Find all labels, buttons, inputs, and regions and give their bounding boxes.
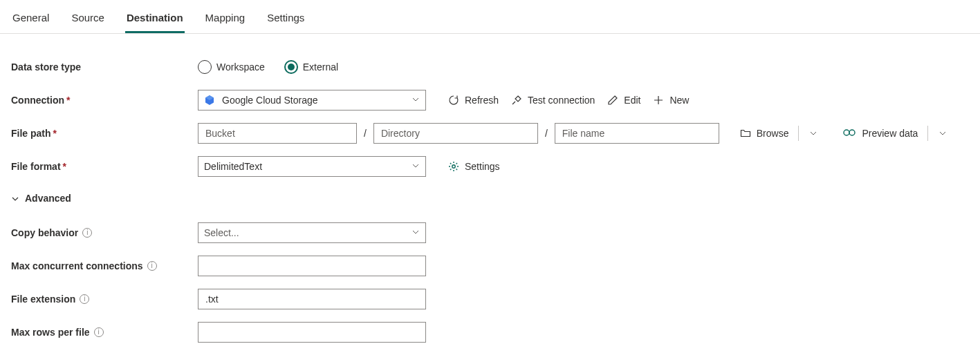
folder-icon bbox=[740, 128, 751, 139]
file-extension-input[interactable] bbox=[204, 289, 420, 309]
copy-behavior-select[interactable]: Select... bbox=[198, 222, 426, 243]
tab-source[interactable]: Source bbox=[70, 3, 106, 33]
label-file-extension: File extension bbox=[11, 294, 75, 305]
edit-icon bbox=[607, 95, 618, 106]
preview-dropdown[interactable] bbox=[927, 126, 948, 141]
tab-general[interactable]: General bbox=[11, 3, 50, 33]
label-data-store-type: Data store type bbox=[11, 61, 81, 73]
browse-button[interactable]: Browse bbox=[737, 125, 792, 142]
row-connection: Connection* Google Cloud Storage Refresh bbox=[11, 84, 969, 117]
row-max-rows: Max rows per file i bbox=[11, 316, 969, 349]
radio-workspace-label: Workspace bbox=[216, 61, 265, 73]
row-data-store-type: Data store type Workspace External bbox=[11, 50, 969, 84]
chevron-down-icon bbox=[809, 129, 817, 137]
directory-input[interactable] bbox=[380, 124, 532, 143]
tab-mapping[interactable]: Mapping bbox=[204, 3, 247, 33]
max-rows-input-wrap bbox=[198, 322, 426, 343]
refresh-label: Refresh bbox=[465, 95, 499, 106]
format-settings-button[interactable]: Settings bbox=[445, 158, 503, 175]
test-connection-icon bbox=[511, 95, 522, 106]
connection-value: Google Cloud Storage bbox=[222, 95, 318, 106]
refresh-button[interactable]: Refresh bbox=[445, 92, 501, 108]
chevron-down-icon bbox=[939, 129, 947, 137]
chevron-down-icon bbox=[412, 95, 420, 106]
tab-settings[interactable]: Settings bbox=[266, 3, 306, 33]
label-copy-behavior: Copy behavior bbox=[11, 227, 78, 238]
info-icon[interactable]: i bbox=[147, 261, 157, 271]
filename-input-wrap bbox=[555, 123, 719, 144]
chevron-down-icon bbox=[412, 227, 420, 238]
advanced-toggle[interactable]: Advanced bbox=[11, 183, 969, 216]
google-cloud-storage-icon bbox=[204, 95, 215, 106]
row-file-extension: File extension i bbox=[11, 282, 969, 316]
svg-point-4 bbox=[452, 165, 455, 168]
path-separator-2: / bbox=[545, 128, 548, 139]
filename-input[interactable] bbox=[561, 124, 713, 143]
directory-input-wrap bbox=[373, 123, 538, 144]
label-file-format: File format* bbox=[11, 161, 66, 172]
row-copy-behavior: Copy behavior i Select... bbox=[11, 216, 969, 249]
format-settings-label: Settings bbox=[465, 161, 500, 172]
svg-point-2 bbox=[844, 130, 849, 135]
label-file-path: File path* bbox=[11, 128, 57, 139]
connection-select[interactable]: Google Cloud Storage bbox=[198, 90, 426, 111]
tab-destination[interactable]: Destination bbox=[125, 3, 185, 33]
label-max-concurrent: Max concurrent connections bbox=[11, 260, 143, 271]
new-button[interactable]: New bbox=[650, 92, 692, 108]
info-icon[interactable]: i bbox=[80, 294, 89, 304]
file-format-select[interactable]: DelimitedText bbox=[198, 156, 426, 177]
row-file-path: File path* / / Browse bbox=[11, 117, 969, 150]
radio-external-label: External bbox=[303, 61, 338, 73]
max-rows-input[interactable] bbox=[204, 323, 420, 342]
max-concurrent-input[interactable] bbox=[204, 256, 420, 276]
new-label: New bbox=[669, 95, 689, 106]
bucket-input[interactable] bbox=[204, 124, 351, 143]
refresh-icon bbox=[448, 95, 459, 106]
svg-point-3 bbox=[849, 130, 855, 135]
advanced-label: Advanced bbox=[25, 193, 71, 204]
tab-bar: General Source Destination Mapping Setti… bbox=[0, 0, 980, 34]
browse-label: Browse bbox=[757, 128, 789, 139]
label-connection: Connection* bbox=[11, 95, 70, 106]
radio-external[interactable]: External bbox=[284, 60, 338, 74]
browse-dropdown[interactable] bbox=[798, 126, 819, 141]
radio-workspace[interactable]: Workspace bbox=[198, 60, 265, 74]
max-concurrent-input-wrap bbox=[198, 256, 426, 276]
file-extension-input-wrap bbox=[198, 289, 426, 309]
preview-icon bbox=[842, 128, 856, 138]
preview-data-button[interactable]: Preview data bbox=[840, 125, 921, 142]
plus-icon bbox=[653, 95, 664, 106]
chevron-down-icon bbox=[11, 194, 19, 202]
edit-label: Edit bbox=[624, 95, 640, 106]
label-max-rows: Max rows per file bbox=[11, 327, 90, 338]
gear-icon bbox=[448, 161, 459, 172]
test-connection-label: Test connection bbox=[528, 95, 595, 106]
row-max-concurrent: Max concurrent connections i bbox=[11, 249, 969, 282]
chevron-down-icon bbox=[412, 161, 420, 172]
row-file-format: File format* DelimitedText Settings bbox=[11, 150, 969, 183]
preview-label: Preview data bbox=[862, 128, 918, 139]
file-format-value: DelimitedText bbox=[204, 161, 262, 172]
copy-behavior-placeholder: Select... bbox=[204, 227, 239, 238]
path-separator-1: / bbox=[364, 128, 367, 139]
info-icon[interactable]: i bbox=[82, 228, 92, 238]
test-connection-button[interactable]: Test connection bbox=[508, 92, 598, 108]
edit-button[interactable]: Edit bbox=[604, 92, 643, 108]
bucket-input-wrap bbox=[198, 123, 357, 144]
info-icon[interactable]: i bbox=[94, 327, 104, 337]
